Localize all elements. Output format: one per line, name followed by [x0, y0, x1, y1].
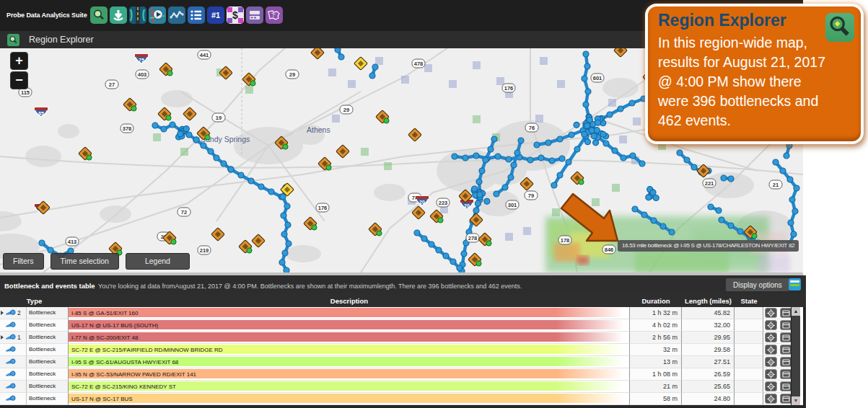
- scroll-down-button[interactable]: ▼: [792, 396, 800, 405]
- table-row[interactable]: Bottleneck SC-72 E @ SC-215/KING KENNEDY…: [0, 381, 803, 393]
- time-selection-button[interactable]: Time selection: [51, 253, 119, 270]
- svg-text:378: 378: [123, 125, 132, 132]
- svg-text:20: 20: [464, 203, 470, 208]
- row-length: 25.65: [682, 381, 735, 393]
- callout-body: In this region-wide map, results for Aug…: [658, 33, 852, 130]
- table-row[interactable]: Bottleneck I-95 S @ SC-61/AUGUSTA HWY/EX…: [0, 356, 803, 368]
- svg-text:$: $: [232, 9, 238, 21]
- col-duration[interactable]: Duration: [630, 297, 682, 305]
- row-state: [735, 344, 763, 356]
- svg-text:441: 441: [200, 52, 209, 58]
- table-row[interactable]: Bottleneck I-95 N @ SC-53/NARROW PAVED R…: [0, 368, 803, 381]
- row-state: [735, 393, 763, 405]
- row-group-count: 1: [17, 334, 21, 341]
- table-title: Bottleneck and events table: [4, 282, 95, 290]
- cost-grid-icon[interactable]: $: [227, 6, 244, 24]
- svg-text:75: 75: [139, 58, 144, 63]
- row-description: US-17 N @ US-17 BUS (SOUTH): [71, 322, 158, 329]
- export-icon[interactable]: [789, 278, 801, 291]
- callout-line: 462 events.: [658, 111, 852, 130]
- locate-on-map-button[interactable]: [765, 381, 777, 391]
- row-state: [735, 307, 763, 319]
- col-type[interactable]: Type: [0, 297, 69, 305]
- svg-text:413: 413: [68, 239, 77, 245]
- region-explorer-icon[interactable]: [90, 6, 108, 24]
- row-severity-bar: [69, 308, 629, 317]
- table-scrollbar[interactable]: ▲ ▼: [791, 307, 800, 405]
- toolbar-icons: #1 $: [90, 6, 283, 24]
- table-row[interactable]: Bottleneck US-17 N @ US-17 BUS (SOUTH) 4…: [0, 319, 803, 332]
- bottleneck-icon: [6, 346, 17, 353]
- rank-icon-label: #1: [211, 11, 220, 19]
- row-state: [735, 356, 763, 368]
- row-state: [735, 319, 763, 332]
- city-label: Athens: [307, 125, 330, 134]
- svg-text:29: 29: [289, 71, 295, 78]
- svg-text:21: 21: [773, 182, 779, 188]
- svg-text:846: 846: [605, 247, 614, 253]
- trend-chart-icon[interactable]: [168, 6, 185, 24]
- data-list-icon[interactable]: [188, 6, 205, 24]
- row-duration: 32 m: [630, 344, 682, 356]
- table-bottom-edge: [0, 405, 806, 408]
- row-type: Bottleneck: [27, 344, 69, 356]
- page-title: Region Explorer: [29, 35, 94, 45]
- display-options-button[interactable]: Display options: [726, 278, 789, 291]
- table-row[interactable]: Bottleneck US-17 N @ SC-17 BUS 58 m 24.8…: [0, 393, 803, 405]
- zoom-out-button[interactable]: −: [10, 71, 28, 89]
- locate-on-map-button[interactable]: [765, 357, 777, 367]
- col-state[interactable]: State: [735, 297, 763, 305]
- table-row[interactable]: Bottleneck SC-72 E @ SC-215/FAIRFIELD RD…: [0, 344, 803, 356]
- scroll-up-button[interactable]: ▲: [792, 307, 800, 316]
- state-map-icon[interactable]: [266, 6, 283, 24]
- svg-text:178: 178: [561, 237, 570, 244]
- locate-on-map-button[interactable]: [765, 345, 777, 355]
- row-length: 24.80: [682, 393, 735, 405]
- svg-text:79: 79: [528, 192, 534, 199]
- locate-on-map-button[interactable]: [765, 308, 777, 318]
- table-row[interactable]: 1 Bottleneck I-77 N @ SC-200/EXIT 48 2 h…: [0, 332, 803, 344]
- bottleneck-icon: [6, 395, 17, 402]
- svg-text:221: 221: [705, 180, 714, 187]
- filters-button[interactable]: Filters: [3, 253, 44, 270]
- playback-icon[interactable]: [149, 6, 166, 24]
- road-conditions-icon[interactable]: [129, 6, 146, 24]
- callout-line: In this region-wide map,: [658, 33, 852, 53]
- row-type: Bottleneck: [27, 393, 69, 405]
- svg-text:301: 301: [508, 202, 517, 208]
- row-duration: 58 m: [630, 393, 682, 405]
- locate-on-map-button[interactable]: [765, 369, 777, 379]
- row-duration: 1 h 08 m: [630, 368, 682, 381]
- row-length: 45.82: [682, 307, 735, 319]
- row-expander-icon[interactable]: [1, 311, 4, 315]
- row-type: Bottleneck: [27, 356, 69, 368]
- row-duration: 2 h 56 m: [630, 332, 682, 344]
- row-description: SC-72 E @ SC-215/KING KENNEDY ST: [71, 383, 176, 390]
- svg-text:478: 478: [414, 61, 424, 67]
- row-group-count: 2: [17, 309, 21, 316]
- row-duration: 21 m: [630, 381, 682, 393]
- row-type: Bottleneck: [27, 368, 69, 381]
- locate-on-map-button[interactable]: [765, 394, 777, 404]
- bottleneck-icon: [6, 358, 17, 365]
- row-description: I-95 N @ SC-53/NARROW PAVED RD/EXIT 141: [71, 371, 196, 378]
- col-description[interactable]: Description: [69, 297, 630, 305]
- zoom-in-button[interactable]: +: [10, 52, 28, 70]
- row-description: I-77 N @ SC-200/EXIT 48: [71, 334, 138, 341]
- download-icon[interactable]: [110, 6, 127, 24]
- table-row[interactable]: 2 Bottleneck I-85 S @ GA-51/EXIT 160 1 h…: [0, 307, 803, 319]
- svg-text:27: 27: [109, 81, 115, 88]
- row-severity-bar: [69, 332, 629, 342]
- rank-icon[interactable]: #1: [207, 6, 224, 24]
- bottleneck-icon: [6, 383, 17, 390]
- row-state: [735, 381, 763, 393]
- legend-button[interactable]: Legend: [126, 253, 190, 270]
- locate-on-map-button[interactable]: [765, 320, 777, 330]
- bottleneck-icon: [6, 371, 17, 378]
- cards-icon[interactable]: [246, 6, 263, 24]
- col-length[interactable]: Length (miles): [682, 297, 735, 305]
- svg-text:601: 601: [593, 75, 602, 81]
- row-expander-icon[interactable]: [1, 335, 4, 340]
- row-description: US-17 N @ SC-17 BUS: [71, 396, 133, 402]
- locate-on-map-button[interactable]: [765, 332, 777, 342]
